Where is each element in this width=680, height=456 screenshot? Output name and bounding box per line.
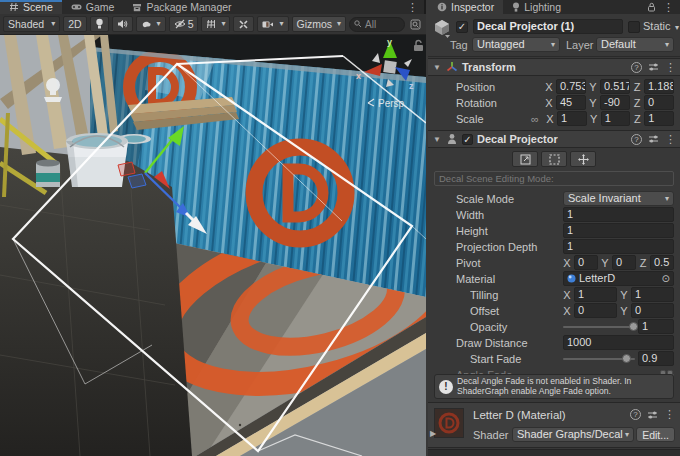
height-field[interactable]: 1 (563, 223, 674, 238)
scale-x-field[interactable]: 1 (557, 111, 587, 126)
start-fade-slider[interactable] (563, 351, 635, 366)
help-icon[interactable]: ? (631, 62, 642, 73)
active-checkbox[interactable]: ✓ (456, 21, 468, 33)
tilling-x-field[interactable]: 1 (574, 287, 617, 302)
rotation-x-field[interactable]: 45 (556, 95, 586, 110)
shader-value: Shader Graphs/Decal (517, 428, 623, 441)
layer-dropdown[interactable]: Default ▾ (596, 37, 674, 52)
layer-value: Default (601, 38, 636, 51)
projection-mode-label[interactable]: Persp (378, 98, 405, 109)
link-scale-icon[interactable]: ∞ (531, 113, 543, 125)
tab-inspector-label: Inspector (451, 1, 494, 13)
pivot-edit-mode-button[interactable] (570, 151, 596, 167)
draw-distance-field[interactable]: 1000 (563, 335, 674, 350)
scale-mode-dropdown[interactable]: Scale Invariant ▾ (563, 191, 674, 206)
scene-grid-dropdown[interactable]: ▾ (201, 16, 230, 32)
scene-tab-menu[interactable]: ⋮ (401, 0, 424, 14)
2d-toggle-button[interactable]: 2D (63, 16, 86, 32)
tag-dropdown[interactable]: Untagged ▾ (472, 37, 560, 52)
kebab-icon[interactable]: ⋮ (663, 2, 674, 13)
tab-scene[interactable]: Scene (0, 0, 62, 14)
gamepad-icon (71, 3, 82, 11)
help-icon[interactable]: ? (630, 409, 641, 420)
shader-dropdown[interactable]: Shader Graphs/Decal ▾ (512, 427, 634, 442)
presets-icon[interactable] (648, 134, 659, 144)
chevron-down-icon: ▾ (279, 20, 283, 28)
gizmos-dropdown[interactable]: Gizmos ▾ (292, 16, 347, 32)
tab-package-manager[interactable]: Package Manager (123, 0, 240, 14)
foldout-icon[interactable]: ▼ (432, 63, 442, 72)
scale-mode-icon (520, 154, 531, 165)
scene-lighting-toggle[interactable] (90, 16, 109, 32)
axis-x: X (563, 257, 571, 269)
opacity-slider[interactable] (563, 319, 635, 334)
scene-audio-toggle[interactable] (112, 16, 133, 32)
axis-y-label: y (387, 37, 392, 47)
position-y-field[interactable]: 0.517 (600, 79, 630, 94)
scene-effects-dropdown[interactable]: ▾ (136, 16, 166, 32)
decal-projector-header[interactable]: ▼ ✓ Decal Projector ? ⋮ (428, 130, 680, 148)
hidden-count: 5 (188, 18, 194, 30)
gameobject-cube-icon[interactable] (433, 19, 451, 39)
gizmo-plane-x[interactable] (118, 162, 135, 176)
tab-inspector[interactable]: Inspector (428, 0, 503, 14)
offset-x-field[interactable]: 0 (574, 303, 617, 318)
position-z-field[interactable]: 1.188 (644, 79, 674, 94)
axis-x: X (546, 113, 554, 125)
width-field[interactable]: 1 (563, 207, 674, 222)
position-label: Position (456, 81, 542, 93)
position-x-field[interactable]: 0.753 (556, 79, 586, 94)
foldout-icon[interactable]: ▶ (428, 429, 438, 438)
scene-camera-dropdown[interactable]: ▾ (257, 16, 288, 32)
tab-lighting[interactable]: Lighting (503, 0, 570, 14)
rotation-label: Rotation (456, 97, 542, 109)
scale-edit-mode-button[interactable] (512, 151, 538, 167)
component-enabled-checkbox[interactable]: ✓ (462, 134, 473, 145)
projection-depth-field[interactable]: 1 (563, 239, 674, 254)
rotation-z-field[interactable]: 0 (644, 95, 674, 110)
scene-visibility-toggle[interactable]: 5 (169, 16, 199, 32)
shading-mode-dropdown[interactable]: Shaded ▾ (3, 16, 60, 32)
help-icon[interactable]: ? (631, 134, 642, 145)
scene-viewport[interactable]: y x z Persp (0, 35, 426, 456)
lock-icon[interactable] (647, 2, 656, 12)
object-picker-icon[interactable]: ⊙ (662, 272, 670, 285)
kebab-icon: ⋮ (407, 2, 418, 13)
material-preview-thumbnail[interactable] (434, 408, 464, 438)
scale-z-field[interactable]: 1 (644, 111, 674, 126)
gameobject-name-field[interactable]: Decal Projector (1) (473, 19, 623, 34)
material-object-field[interactable]: LetterD ⊙ (563, 271, 674, 286)
kebab-icon[interactable]: ⋮ (665, 134, 676, 145)
pivot-y-field[interactable]: 0 (612, 255, 636, 270)
crop-edit-mode-button[interactable] (541, 151, 567, 167)
width-row: Width 1 (456, 207, 674, 222)
kebab-icon[interactable]: ⋮ (664, 409, 675, 420)
pivot-x-field[interactable]: 0 (574, 255, 598, 270)
decal-projector-icon (446, 133, 458, 145)
search-window-button[interactable] (408, 16, 423, 32)
scene-search-input[interactable]: All (349, 17, 405, 32)
start-fade-field[interactable]: 0.9 (638, 351, 674, 366)
tab-game[interactable]: Game (62, 0, 124, 14)
tilling-y-field[interactable]: 1 (631, 287, 674, 302)
pivot-z-field[interactable]: 0.5 (650, 255, 674, 270)
scene-tools-button[interactable] (233, 16, 254, 32)
static-checkbox[interactable] (628, 21, 640, 33)
presets-icon[interactable] (647, 410, 658, 420)
opacity-field[interactable]: 1 (638, 319, 674, 334)
shader-label: Shader (473, 429, 508, 441)
transform-header[interactable]: ▼ Transform ? ⋮ (428, 58, 680, 76)
static-dropdown-caret[interactable]: ▾ (675, 24, 679, 32)
foldout-icon[interactable]: ▼ (432, 135, 442, 144)
warning-text: Decal Angle Fade is not enabled in Shade… (457, 377, 669, 397)
effects-icon (141, 19, 152, 29)
presets-icon[interactable] (648, 62, 659, 72)
search-icon (354, 20, 362, 28)
rotation-y-field[interactable]: -90 (600, 95, 630, 110)
scale-y-field[interactable]: 1 (601, 111, 631, 126)
shader-edit-button[interactable]: Edit... (636, 427, 675, 442)
offset-label: Offset (470, 305, 560, 317)
kebab-icon[interactable]: ⋮ (665, 62, 676, 73)
offset-y-field[interactable]: 0 (631, 303, 674, 318)
start-fade-row: Start Fade 0.9 (456, 351, 674, 366)
